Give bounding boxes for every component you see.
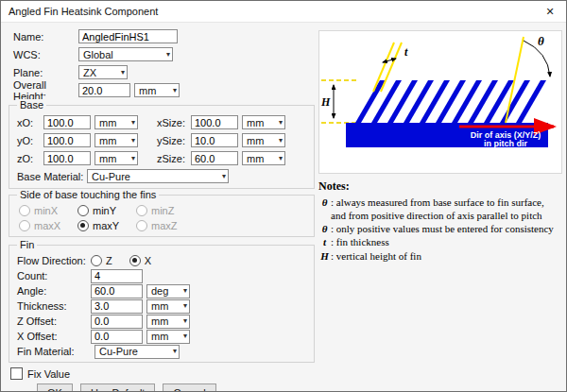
radio-minx[interactable]: minX	[19, 205, 77, 216]
note-item-theta-1: θ: always measured from base surface to …	[318, 196, 560, 223]
overall-height-unit-select[interactable]: mm ▾	[134, 83, 180, 97]
notes-section: Notes: θ: always measured from base surf…	[318, 179, 560, 263]
h-symbol: H	[318, 249, 331, 263]
radio-maxx[interactable]: maxX	[19, 220, 77, 231]
note-text: : vertical height of fin	[331, 249, 560, 263]
button-row: OK Use Default Cancel	[9, 383, 315, 392]
xo-label: xO:	[17, 117, 43, 128]
zo-label: zO:	[17, 153, 43, 164]
use-default-button[interactable]: Use Default	[80, 383, 155, 392]
plane-select[interactable]: ZX ▾	[78, 65, 128, 79]
xo-input[interactable]	[43, 115, 91, 129]
zsize-label: zSize:	[157, 153, 191, 164]
radio-minz[interactable]: minZ	[136, 205, 195, 216]
radio-minz-label: minZ	[151, 205, 174, 216]
yo-unit-select[interactable]: mm ▾	[94, 133, 138, 147]
radio-minx-label: minX	[34, 205, 58, 216]
chevron-down-icon: ▾	[277, 137, 283, 145]
chevron-down-icon: ▾	[171, 348, 177, 355]
ysize-unit-select[interactable]: mm ▾	[242, 133, 285, 147]
radio-icon	[91, 255, 102, 266]
note-item-t: t: fin thickness	[318, 235, 560, 248]
angle-line	[506, 37, 524, 123]
radio-miny-label: minY	[93, 205, 116, 216]
heatsink-illustration: t θ H Dir of axis (X/Y/Z) in pitch dir	[318, 30, 562, 174]
thickness-input[interactable]	[91, 299, 143, 314]
right-panel: t θ H Dir of axis (X/Y/Z) in pitch dir N…	[318, 30, 562, 263]
fin-material-label: Fin Material:	[17, 346, 91, 357]
fin-material-value: Cu-Pure	[99, 346, 138, 357]
form-area: Name: WCS: Global ▾ Plane: ZX ▾ Overall …	[9, 27, 315, 392]
thickness-unit-value: mm	[151, 300, 168, 312]
z-offset-row: Z Offset: mm ▾	[13, 314, 310, 329]
fix-value-checkbox[interactable]	[10, 367, 23, 380]
t-symbol-label: t	[404, 45, 408, 59]
radio-maxz[interactable]: maxZ	[136, 220, 195, 231]
x-offset-row: X Offset: mm ▾	[13, 329, 310, 344]
angle-unit-value: deg	[151, 285, 168, 297]
radio-icon	[77, 220, 89, 231]
fix-value-row[interactable]: Fix Value	[9, 366, 315, 381]
count-input[interactable]	[91, 269, 143, 283]
z-offset-unit-value: mm	[151, 315, 168, 327]
z-offset-unit-select[interactable]: mm ▾	[146, 315, 190, 329]
angle-input[interactable]	[91, 284, 143, 298]
x-offset-unit-select[interactable]: mm ▾	[146, 330, 190, 344]
ysize-input[interactable]	[191, 133, 238, 147]
xsize-input[interactable]	[191, 115, 238, 129]
note-item-theta-2: θ: only positive values must be entered …	[318, 222, 560, 235]
ok-button[interactable]: OK	[37, 383, 73, 392]
z-offset-input[interactable]	[91, 315, 143, 329]
radio-icon	[19, 220, 30, 231]
name-label: Name:	[9, 31, 78, 43]
close-button[interactable]: ✕	[534, 1, 566, 22]
base-group-title: Base	[17, 99, 46, 111]
base-material-select[interactable]: Cu-Pure ▾	[87, 169, 229, 183]
wcs-select[interactable]: Global ▾	[78, 47, 173, 61]
plane-label: Plane:	[9, 67, 78, 78]
dialog-content: Name: WCS: Global ▾ Plane: ZX ▾ Overall …	[1, 23, 567, 392]
zsize-unit-select[interactable]: mm ▾	[242, 151, 285, 165]
wcs-value: Global	[83, 49, 113, 60]
note-item-h: H: vertical height of fin	[318, 249, 560, 263]
yo-input[interactable]	[43, 133, 91, 147]
zsize-input[interactable]	[191, 151, 238, 165]
fin-material-select[interactable]: Cu-Pure ▾	[94, 345, 180, 359]
xo-unit-select[interactable]: mm ▾	[94, 115, 138, 129]
radio-maxy[interactable]: maxY	[77, 220, 136, 231]
thickness-unit-select[interactable]: mm ▾	[146, 299, 190, 314]
theta-symbol: θ	[318, 222, 331, 235]
chevron-down-icon: ▾	[129, 155, 135, 162]
flow-direction-label: Flow Direction:	[17, 255, 91, 266]
radio-maxx-label: maxX	[34, 220, 60, 231]
angle-unit-select[interactable]: deg ▾	[146, 284, 190, 298]
chevron-down-icon: ▾	[181, 332, 187, 340]
radio-icon	[136, 220, 147, 231]
yo-unit-value: mm	[99, 135, 116, 146]
xsize-label: xSize:	[157, 117, 191, 128]
cancel-button[interactable]: Cancel	[163, 383, 215, 392]
radio-maxz-label: maxZ	[151, 220, 178, 231]
radio-icon	[136, 205, 147, 216]
xsize-unit-select[interactable]: mm ▾	[242, 115, 285, 129]
radio-flow-z[interactable]: Z	[91, 255, 112, 266]
x-offset-input[interactable]	[91, 330, 143, 344]
overall-height-input[interactable]	[78, 83, 130, 97]
chevron-down-icon: ▾	[181, 302, 187, 310]
chevron-down-icon: ▾	[129, 137, 135, 145]
radio-icon	[129, 255, 141, 266]
titlebar[interactable]: Angled Fin Heatsink Component ✕	[1, 1, 566, 23]
count-label: Count:	[17, 270, 91, 281]
zo-unit-select[interactable]: mm ▾	[94, 151, 138, 165]
thickness-label: Thickness:	[17, 300, 91, 312]
radio-icon	[77, 205, 89, 216]
base-groupbox: Base xO: mm ▾ xSize: mm ▾ y	[9, 105, 315, 189]
window-title: Angled Fin Heatsink Component	[1, 6, 158, 17]
chevron-down-icon: ▾	[181, 317, 187, 325]
radio-flow-x[interactable]: X	[129, 255, 151, 266]
theta-arc	[524, 41, 550, 77]
name-input[interactable]	[78, 29, 178, 43]
zo-input[interactable]	[43, 151, 91, 165]
radio-miny[interactable]: minY	[77, 205, 136, 216]
ysize-label: ySize:	[157, 135, 191, 146]
